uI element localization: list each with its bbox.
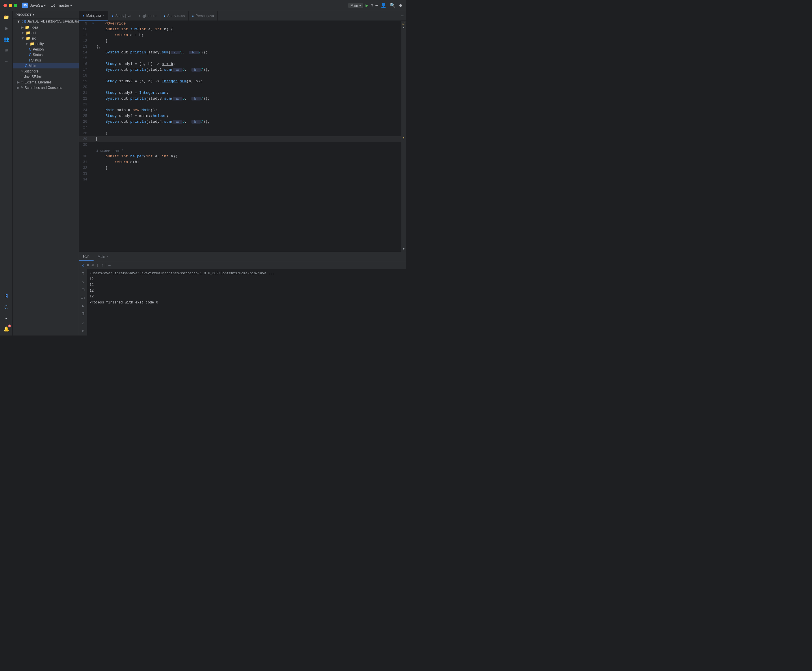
- settings-icon[interactable]: ⚙: [398, 2, 403, 9]
- activity-files[interactable]: 📁: [1, 12, 12, 22]
- code-line: 34: [79, 177, 402, 182]
- close-button[interactable]: [3, 4, 7, 7]
- person-tab-icon: ●: [192, 14, 194, 18]
- activity-more[interactable]: ⋯: [1, 56, 12, 66]
- maximize-button[interactable]: [14, 4, 17, 7]
- run-delete-btn[interactable]: 🗑: [79, 310, 88, 317]
- activity-plugins[interactable]: ⊞: [1, 45, 12, 55]
- run-tab-run[interactable]: Run: [79, 252, 94, 261]
- tree-item-javase[interactable]: ▼ JS JavaSE ~/Desktop/CS/JavaSE基礎: [13, 19, 79, 24]
- activity-notifications[interactable]: 🔔 !: [1, 324, 12, 334]
- tab-gitignore[interactable]: ○ .gitignore: [135, 11, 160, 20]
- run-panel-body: T ▷ □ ≡↓ ▶ 🗑 ⚠ ⚙ /Users/eve/Library/Java…: [79, 269, 406, 336]
- run-coverage-btn[interactable]: □: [79, 286, 88, 293]
- tree-item-iml[interactable]: □ JavaSE.iml: [13, 74, 79, 79]
- scratch-icon: ✎: [21, 86, 24, 90]
- folder-icon: 📁: [25, 25, 29, 29]
- run-panel-header: Run Main ×: [79, 252, 406, 261]
- java-class-icon: C: [29, 47, 31, 51]
- search-icon[interactable]: 🔍: [389, 2, 396, 9]
- code-editor[interactable]: 9 ⊙ @Override 10 public int sum(int a, i…: [79, 21, 402, 252]
- tree-item-scratches[interactable]: ▶ ✎ Scratches and Consoles: [13, 85, 79, 90]
- tree-item-out[interactable]: ▼ 📁 out: [13, 30, 79, 36]
- code-line-cursor: 29: [79, 136, 402, 142]
- run-panel: Run Main × ↺ ■ ⊙ ↓ ↑ ⋯: [79, 252, 406, 336]
- run-debug-button[interactable]: ▷: [79, 279, 88, 286]
- tree-item-entity[interactable]: ▼ 📁 entity: [13, 41, 79, 46]
- code-line: 25 Study study4 = main::helper;: [79, 113, 402, 119]
- run-prev-btn[interactable]: ▶: [79, 303, 88, 310]
- folder-chevron-icon: ▶: [21, 25, 24, 29]
- tree-item-src[interactable]: ▼ 📁 src: [13, 36, 79, 41]
- tabs-more-button[interactable]: ⋯: [399, 13, 406, 18]
- editor-area: 9 ⊙ @Override 10 public int sum(int a, i…: [79, 21, 406, 252]
- tab-study-class[interactable]: ● Study.class: [160, 11, 189, 20]
- run-pin-button[interactable]: T: [79, 271, 88, 278]
- folder-chevron-icon: ▶: [17, 80, 20, 84]
- right-panel: ● Main.java × ● Study.java ○ .gitignore …: [79, 11, 406, 336]
- tab-study-java[interactable]: ● Study.java: [108, 11, 135, 20]
- folder-chevron-icon: ▼: [21, 31, 25, 35]
- activity-database[interactable]: 🗄: [1, 291, 12, 301]
- tree-item-idea[interactable]: ▶ 📁 .idea: [13, 24, 79, 30]
- editor-scrollbar[interactable]: ⚠4 ▲ ▼: [402, 21, 406, 252]
- sidebar-header[interactable]: Project ▾: [13, 11, 79, 19]
- tree-item-status[interactable]: C Status: [13, 52, 79, 58]
- run-side-icons: T ▷ □ ≡↓ ▶ 🗑 ⚠ ⚙: [79, 269, 87, 336]
- console-exit-message: Process finished with exit code 0: [90, 301, 404, 305]
- code-line: 20: [79, 84, 402, 90]
- code-line: 23: [79, 102, 402, 107]
- scroll-marker: [403, 139, 404, 139]
- java-tab-icon: ●: [112, 14, 114, 18]
- code-line-usage-hint: 1 usage new *: [79, 148, 402, 153]
- tree-item-person[interactable]: C Person: [13, 46, 79, 52]
- tab-close-icon[interactable]: ×: [103, 14, 104, 17]
- activity-vcs[interactable]: ◉: [1, 23, 12, 34]
- more-run-options[interactable]: ⋯: [108, 262, 111, 268]
- traffic-lights: [3, 4, 17, 7]
- tab-main-java[interactable]: ● Main.java ×: [79, 11, 108, 20]
- run-settings-btn[interactable]: ⚙: [79, 327, 88, 334]
- run-configuration[interactable]: Main ▾: [348, 3, 363, 8]
- tab-person-java[interactable]: ● Person.java: [189, 11, 218, 20]
- minimize-button[interactable]: [9, 4, 12, 7]
- account-icon[interactable]: 👤: [380, 2, 387, 9]
- run-button[interactable]: ▶: [366, 3, 368, 9]
- run-tab-main[interactable]: Main ×: [94, 252, 112, 261]
- previous-output-button[interactable]: ↑: [100, 262, 104, 268]
- activity-ai[interactable]: ⬡: [1, 302, 12, 312]
- tree-item-main[interactable]: C Main: [13, 63, 79, 68]
- stop-button[interactable]: ■: [86, 262, 90, 268]
- code-line: 19 Study study2 = (a, b) -> Integer.sum(…: [79, 78, 402, 84]
- activity-search[interactable]: 👥: [1, 34, 12, 44]
- arrow-down-icon[interactable]: ▼: [403, 247, 405, 250]
- run-scroll-btn[interactable]: ≡↓: [79, 295, 88, 301]
- tree-item-extlibs[interactable]: ▶ ⊞ External Libraries: [13, 79, 79, 85]
- project-selector[interactable]: JavaSE ▾: [30, 3, 46, 7]
- folder-chevron-icon: ▼: [21, 36, 25, 41]
- code-line: 11 return a + b;: [79, 32, 402, 38]
- debug-button[interactable]: ⚙: [371, 3, 373, 8]
- folder-icon: 📁: [26, 31, 30, 35]
- scroll-output-button[interactable]: ↓: [95, 262, 99, 268]
- java-class-icon: C: [25, 63, 27, 68]
- run-tab-close-icon[interactable]: ×: [107, 255, 109, 258]
- code-line: 17 System.out.println(study1.sum( a: 5, …: [79, 67, 402, 73]
- rerun-button[interactable]: ↺: [82, 262, 85, 268]
- code-line: 21 Study study3 = Integer::sum;: [79, 90, 402, 96]
- more-actions-button[interactable]: ⋯: [375, 3, 378, 8]
- run-warning-btn[interactable]: ⚠: [79, 320, 88, 327]
- main-layout: 📁 ◉ 👥 ⊞ ⋯ 🗄 ⬡ ✦ 🔔 ! Project ▾ ▼ JS JavaS…: [0, 11, 406, 336]
- tree-item-gitignore[interactable]: ○ .gitignore: [13, 68, 79, 74]
- code-line: 28 }: [79, 131, 402, 136]
- titlebar: JS JavaSE ▾ ⎇ master ▾ Main ▾ ▶ ⚙ ⋯ 👤 🔍 …: [0, 0, 406, 11]
- java-interface-icon: I: [29, 58, 30, 62]
- arrow-up-icon[interactable]: ▲: [403, 26, 405, 29]
- code-line: 33: [79, 171, 402, 177]
- tree-item-study[interactable]: I Status: [13, 58, 79, 63]
- class-tab-icon: ●: [164, 14, 166, 18]
- run-coverage-button[interactable]: ⊙: [91, 262, 94, 268]
- activity-copilot[interactable]: ✦: [1, 313, 12, 324]
- code-line: 13 };: [79, 44, 402, 49]
- branch-selector[interactable]: ⎇ master ▾: [51, 3, 72, 7]
